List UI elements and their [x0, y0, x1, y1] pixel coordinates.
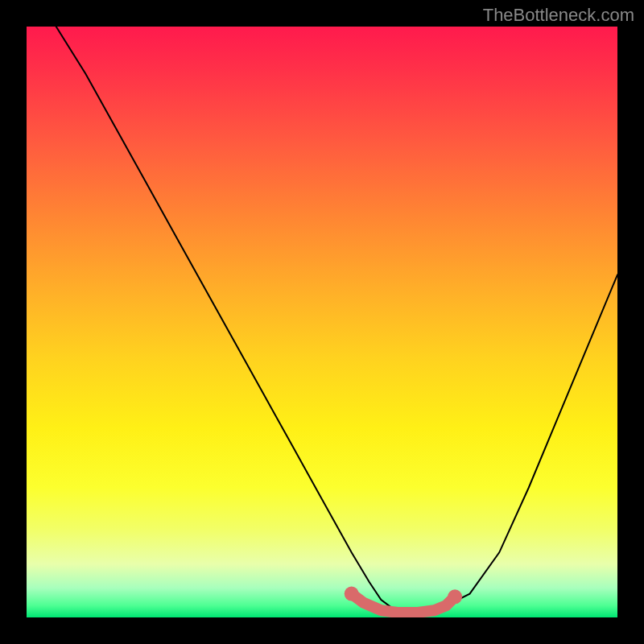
bottleneck-curve-line: [56, 27, 617, 613]
optimal-region-endcap: [345, 587, 359, 601]
chart-svg: [27, 27, 617, 617]
optimal-region-stroke: [352, 594, 455, 613]
chart-plot-area: [27, 27, 617, 617]
optimal-region-markers: [345, 587, 462, 613]
optimal-region-endcap: [448, 589, 462, 604]
watermark-text: TheBottleneck.com: [483, 5, 634, 26]
